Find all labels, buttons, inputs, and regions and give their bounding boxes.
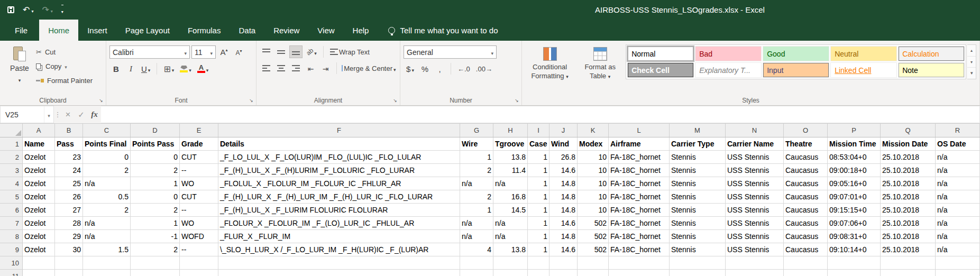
- cell-B7[interactable]: 28: [55, 217, 83, 230]
- column-header-g[interactable]: G: [460, 124, 493, 137]
- cell-K6[interactable]: 10: [578, 204, 609, 217]
- cell-N11[interactable]: [726, 270, 784, 276]
- copy-button[interactable]: Copy: [36, 61, 93, 71]
- cell-G4[interactable]: n/a: [460, 177, 493, 190]
- cell-O3[interactable]: Caucasus: [784, 164, 828, 177]
- cell-D6[interactable]: 2: [131, 204, 180, 217]
- format-as-table-button[interactable]: Format as Table: [575, 44, 625, 95]
- cell-F6[interactable]: _F_(H)_LUL_X _F_LURIM FLOLURIC FLOLURAR: [218, 204, 460, 217]
- clipboard-dialog-launcher[interactable]: [97, 97, 105, 104]
- row-header-7[interactable]: 7: [0, 217, 23, 230]
- cell-A2[interactable]: Ozelot: [23, 151, 55, 164]
- style-calculation[interactable]: Calculation: [898, 46, 965, 61]
- cell-C7[interactable]: n/a: [83, 217, 131, 230]
- cell-C4[interactable]: n/a: [83, 177, 131, 190]
- cell-K1[interactable]: Modex: [578, 137, 609, 151]
- cell-C2[interactable]: 0: [83, 151, 131, 164]
- select-all-button[interactable]: [0, 124, 23, 137]
- align-left-button[interactable]: [260, 62, 273, 75]
- cell-I1[interactable]: Case: [528, 137, 549, 151]
- decrease-decimal-button[interactable]: .00→: [474, 62, 494, 75]
- cell-J11[interactable]: [549, 270, 578, 276]
- cell-J4[interactable]: 14.8: [549, 177, 578, 190]
- fill-color-button[interactable]: [178, 62, 194, 75]
- tab-data[interactable]: Data: [230, 20, 264, 41]
- style-note[interactable]: Note: [898, 62, 965, 78]
- tab-file[interactable]: File: [3, 20, 39, 41]
- cell-L1[interactable]: Airframe: [609, 137, 670, 151]
- insert-function-button[interactable]: fx: [88, 106, 101, 123]
- orientation-button[interactable]: [304, 45, 319, 58]
- cell-R4[interactable]: n/a: [936, 177, 980, 190]
- cell-C8[interactable]: n/a: [83, 230, 131, 243]
- cell-G1[interactable]: Wire: [460, 137, 493, 151]
- cell-C6[interactable]: 2: [83, 204, 131, 217]
- cell-O7[interactable]: Caucasus: [784, 217, 828, 230]
- percent-style-button[interactable]: %: [418, 62, 432, 75]
- increase-font-size-button[interactable]: [217, 46, 231, 59]
- cell-G7[interactable]: n/a: [460, 217, 493, 230]
- cell-G3[interactable]: 2: [460, 164, 493, 177]
- cell-H3[interactable]: 11.4: [493, 164, 528, 177]
- cell-H6[interactable]: 14.5: [493, 204, 528, 217]
- cell-D10[interactable]: [131, 256, 180, 270]
- cell-D9[interactable]: 2: [131, 243, 180, 256]
- row-header-9[interactable]: 9: [0, 243, 23, 256]
- cell-C1[interactable]: Points Final: [83, 137, 131, 151]
- cell-H8[interactable]: n/a: [493, 230, 528, 243]
- cell-E1[interactable]: Grade: [180, 137, 218, 151]
- column-header-i[interactable]: I: [528, 124, 549, 137]
- font-size-combo[interactable]: 11: [191, 45, 216, 59]
- cell-Q5[interactable]: 25.10.2018: [881, 190, 936, 204]
- cell-D4[interactable]: 1: [131, 177, 180, 190]
- cell-P11[interactable]: [828, 270, 881, 276]
- cell-R5[interactable]: n/a: [936, 190, 980, 204]
- cell-D1[interactable]: Points Pass: [131, 137, 180, 151]
- cell-K8[interactable]: 502: [578, 230, 609, 243]
- cell-J6[interactable]: 14.8: [549, 204, 578, 217]
- cell-L2[interactable]: FA-18C_hornet: [609, 151, 670, 164]
- cell-Q11[interactable]: [881, 270, 936, 276]
- cell-M9[interactable]: Stennis: [670, 243, 726, 256]
- cell-L6[interactable]: FA-18C_hornet: [609, 204, 670, 217]
- gallery-more-button[interactable]: ▼: [967, 68, 976, 79]
- cell-N10[interactable]: [726, 256, 784, 270]
- cell-M7[interactable]: Stennis: [670, 217, 726, 230]
- cell-A7[interactable]: Ozelot: [23, 217, 55, 230]
- cell-O5[interactable]: Caucasus: [784, 190, 828, 204]
- increase-indent-button[interactable]: [319, 62, 332, 75]
- cell-R9[interactable]: n/a: [936, 243, 980, 256]
- cell-D2[interactable]: 0: [131, 151, 180, 164]
- cell-Q1[interactable]: Mission Date: [881, 137, 936, 151]
- cell-G5[interactable]: 2: [460, 190, 493, 204]
- name-box-dropdown[interactable]: [44, 106, 53, 123]
- column-header-e[interactable]: E: [180, 124, 218, 137]
- cell-G10[interactable]: [460, 256, 493, 270]
- cell-M1[interactable]: Carrier Type: [670, 137, 726, 151]
- cell-H9[interactable]: 13.8: [493, 243, 528, 256]
- cell-F1[interactable]: Details: [218, 137, 460, 151]
- cell-N8[interactable]: USS Stennis: [726, 230, 784, 243]
- cell-D8[interactable]: -1: [131, 230, 180, 243]
- cell-O2[interactable]: Caucasus: [784, 151, 828, 164]
- cell-C11[interactable]: [83, 270, 131, 276]
- column-header-m[interactable]: M: [670, 124, 726, 137]
- column-header-d[interactable]: D: [131, 124, 180, 137]
- cell-J1[interactable]: Wind: [549, 137, 578, 151]
- gallery-scroll-up-button[interactable]: ▴: [967, 45, 976, 57]
- column-header-r[interactable]: R: [936, 124, 980, 137]
- format-painter-button[interactable]: Format Painter: [36, 75, 93, 86]
- cell-G2[interactable]: 1: [460, 151, 493, 164]
- cell-J8[interactable]: 14.8: [549, 230, 578, 243]
- cell-P5[interactable]: 09:07:01+0: [828, 190, 881, 204]
- cell-O11[interactable]: [784, 270, 828, 276]
- cell-M3[interactable]: Stennis: [670, 164, 726, 177]
- cell-Q3[interactable]: 25.10.2018: [881, 164, 936, 177]
- cell-E3[interactable]: --: [180, 164, 218, 177]
- cell-K11[interactable]: [578, 270, 609, 276]
- cell-P10[interactable]: [828, 256, 881, 270]
- cell-E2[interactable]: CUT: [180, 151, 218, 164]
- cell-J5[interactable]: 14.8: [549, 190, 578, 204]
- cell-E8[interactable]: WOFD: [180, 230, 218, 243]
- italic-button[interactable]: I: [124, 62, 138, 75]
